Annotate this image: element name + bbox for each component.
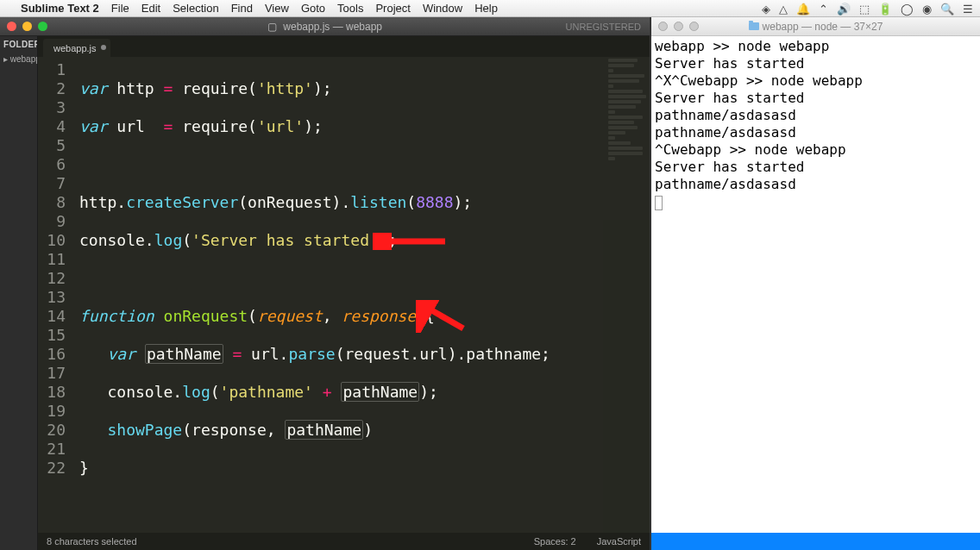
terminal-line: Server has started [655, 159, 977, 176]
menu-tools[interactable]: Tools [337, 2, 363, 15]
terminal-line: ^X^Cwebapp >> node webapp [655, 72, 977, 90]
volume-icon[interactable]: 🔊 [837, 3, 851, 16]
bluetooth-icon[interactable]: ⌃ [819, 3, 828, 16]
cloud-icon[interactable]: △ [779, 3, 788, 16]
code-editor[interactable]: 12345678910111213141516171819202122 var … [38, 57, 650, 533]
minimap[interactable] [603, 57, 650, 533]
folder-icon [749, 22, 759, 30]
sublime-window: ▢ webapp.js — webapp UNREGISTERED FOLDER… [0, 17, 650, 550]
list-icon[interactable]: ☰ [963, 3, 973, 16]
drive-icon[interactable]: ◈ [762, 3, 770, 16]
code-content[interactable]: var http = require('http'); var url = re… [74, 57, 550, 533]
menu-view[interactable]: View [265, 2, 289, 15]
menu-help[interactable]: Help [474, 2, 498, 15]
terminal-titlebar[interactable]: webapp — node — 37×27 [651, 17, 980, 36]
menu-edit[interactable]: Edit [141, 2, 160, 15]
menu-project[interactable]: Project [375, 2, 410, 15]
terminal-title: webapp — node — 37×27 [651, 21, 980, 33]
sidebar-header: FOLDERS [0, 36, 37, 53]
search-icon[interactable]: 🔍 [940, 3, 954, 16]
status-selection: 8 characters selected [47, 536, 137, 547]
status-bar: 8 characters selected Spaces: 2 JavaScri… [38, 533, 650, 550]
macos-menubar: Sublime Text 2 File Edit Selection Find … [0, 0, 980, 17]
circle-icon[interactable]: ◯ [901, 3, 914, 16]
menu-file[interactable]: File [111, 2, 129, 15]
dock-strip [651, 533, 980, 550]
terminal-cursor [655, 196, 663, 210]
terminal-line: pathname/asdasasd [655, 176, 977, 193]
folder-sidebar[interactable]: FOLDERS ▸ webapp [0, 36, 38, 550]
menu-window[interactable]: Window [423, 2, 462, 15]
wifi-icon[interactable]: ⬚ [859, 3, 870, 16]
line-number-gutter: 12345678910111213141516171819202122 [38, 57, 74, 533]
sidebar-item-webapp[interactable]: ▸ webapp [0, 53, 37, 66]
status-spaces[interactable]: Spaces: 2 [534, 536, 576, 547]
terminal-line: pathname/asdasasd [655, 124, 977, 141]
window-title: ▢ webapp.js — webapp [0, 21, 650, 33]
terminal-output[interactable]: webapp >> node webapp Server has started… [651, 36, 980, 533]
menu-goto[interactable]: Goto [301, 2, 325, 15]
menu-selection[interactable]: Selection [173, 2, 218, 15]
terminal-line: Server has started [655, 90, 977, 107]
terminal-line: webapp >> node webapp [655, 38, 977, 55]
tab-label: webapp.js [53, 43, 97, 53]
menubar-status-icons: ◈ △ 🔔 ⌃ 🔊 ⬚ 🔋 ◯ ◉ 🔍 ☰ [762, 0, 973, 17]
app-name[interactable]: Sublime Text 2 [21, 2, 99, 15]
terminal-line: Server has started [655, 55, 977, 72]
dirty-indicator-icon [101, 45, 106, 50]
tab-webappjs[interactable]: webapp.js [43, 39, 110, 57]
document-icon: ▢ [267, 21, 277, 33]
status-language[interactable]: JavaScript [597, 536, 641, 547]
unregistered-badge: UNREGISTERED [566, 22, 641, 32]
menu-find[interactable]: Find [231, 2, 253, 15]
terminal-line: ^Cwebapp >> node webapp [655, 141, 977, 159]
battery-icon[interactable]: 🔋 [878, 3, 892, 16]
bell-icon[interactable]: 🔔 [796, 3, 810, 16]
tab-bar: webapp.js [38, 36, 650, 57]
editor-titlebar[interactable]: ▢ webapp.js — webapp UNREGISTERED [0, 17, 650, 36]
terminal-line: pathname/asdasasd [655, 107, 977, 124]
dot-icon[interactable]: ◉ [922, 3, 932, 16]
terminal-window: webapp — node — 37×27 webapp >> node web… [650, 17, 980, 550]
